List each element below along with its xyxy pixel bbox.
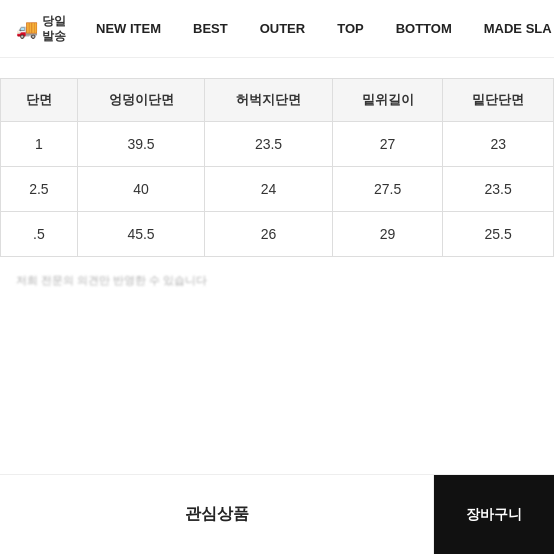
bottom-action-bar: 관심상품 장바구니	[0, 474, 554, 554]
cell-0-0: 1	[1, 122, 78, 167]
table-header-row: 단면 엉덩이단면 허벅지단면 밑위길이 밑단단면	[1, 79, 554, 122]
blurred-notice: 저희 전문의 의견만 반영한 수 있습니다	[0, 257, 554, 296]
col-header-2: 허벅지단면	[205, 79, 333, 122]
cell-1-2: 24	[205, 167, 333, 212]
table-row: 2.5 40 24 27.5 23.5	[1, 167, 554, 212]
cell-0-4: 23	[443, 122, 554, 167]
cell-0-1: 39.5	[77, 122, 205, 167]
table-row: .5 45.5 26 29 25.5	[1, 212, 554, 257]
cell-0-3: 27	[332, 122, 443, 167]
wishlist-button[interactable]: 관심상품	[0, 475, 434, 554]
col-header-3: 밑위길이	[332, 79, 443, 122]
nav-item-made[interactable]: MADE SLA	[468, 0, 554, 58]
cell-0-2: 23.5	[205, 122, 333, 167]
logo-text: 당일발송	[42, 14, 72, 43]
col-header-1: 엉덩이단면	[77, 79, 205, 122]
truck-icon: 🚚	[16, 18, 38, 40]
nav-item-top[interactable]: TOP	[321, 0, 380, 58]
nav-logo[interactable]: 🚚 당일발송	[8, 14, 80, 43]
nav-item-outer[interactable]: OUTER	[244, 0, 322, 58]
nav-item-new[interactable]: NEW ITEM	[80, 0, 177, 58]
cell-2-1: 45.5	[77, 212, 205, 257]
col-header-0: 단면	[1, 79, 78, 122]
cell-2-2: 26	[205, 212, 333, 257]
cart-button[interactable]: 장바구니	[434, 475, 554, 554]
nav-item-bottom[interactable]: BOTTOM	[380, 0, 468, 58]
table-row: 1 39.5 23.5 27 23	[1, 122, 554, 167]
col-header-4: 밑단단면	[443, 79, 554, 122]
cell-2-4: 25.5	[443, 212, 554, 257]
nav-item-best[interactable]: BEST	[177, 0, 244, 58]
size-table: 단면 엉덩이단면 허벅지단면 밑위길이 밑단단면 1 39.5 23.5 27 …	[0, 78, 554, 257]
cell-1-1: 40	[77, 167, 205, 212]
cell-1-4: 23.5	[443, 167, 554, 212]
cell-2-3: 29	[332, 212, 443, 257]
cell-1-0: 2.5	[1, 167, 78, 212]
cell-2-0: .5	[1, 212, 78, 257]
size-table-container: 단면 엉덩이단면 허벅지단면 밑위길이 밑단단면 1 39.5 23.5 27 …	[0, 58, 554, 257]
navigation-bar: 🚚 당일발송 NEW ITEM BEST OUTER TOP BOTTOM MA…	[0, 0, 554, 58]
cell-1-3: 27.5	[332, 167, 443, 212]
